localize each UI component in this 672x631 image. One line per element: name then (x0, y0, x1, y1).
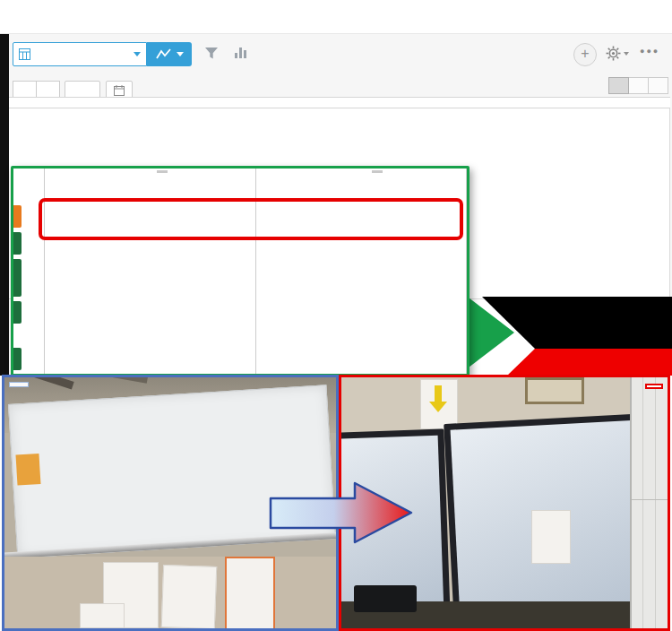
yellow-arrow-icon (435, 385, 442, 402)
grid-line (632, 499, 669, 500)
day-view-button[interactable] (649, 77, 668, 94)
wall-sheet (161, 565, 217, 629)
chevron-down-icon (134, 52, 141, 56)
callout-cell (256, 169, 468, 374)
chevron-down-icon (624, 52, 629, 56)
screenshot-root: + ●●● (0, 0, 672, 631)
bar-chart-icon (235, 53, 237, 58)
partial-event-bar (13, 348, 22, 370)
week-view-button[interactable] (629, 77, 649, 94)
partial-event-bar (13, 301, 22, 324)
whiteboard-photo (2, 375, 339, 631)
grid-line (642, 377, 643, 628)
link-row-days-after (9, 12, 50, 22)
calendar-icon (114, 85, 125, 96)
zoom-callout (11, 166, 470, 376)
line-graph-icon (156, 48, 172, 60)
wall-sheet-orange (225, 557, 275, 630)
view-scale-toggle (608, 77, 668, 94)
add-record-button[interactable]: + (573, 43, 597, 66)
partial-event-bar (13, 259, 22, 297)
callout-cell (45, 169, 256, 374)
grid-line (655, 377, 656, 628)
day-of-week-header (9, 97, 670, 108)
bar-chart-icon (239, 48, 242, 58)
link-row-days-before (9, 1, 50, 12)
header-remnant (372, 170, 383, 173)
wall-mini-calendar (80, 603, 125, 628)
header-remnant (157, 170, 168, 173)
settings-button[interactable] (606, 46, 629, 61)
wall-sheet (531, 510, 571, 564)
printer (354, 585, 417, 612)
side-whiteboard (630, 377, 669, 628)
callout-partial-cell (13, 169, 45, 374)
month-number-card (15, 454, 40, 486)
whiteboard (8, 385, 336, 558)
link-row-sales (9, 22, 50, 33)
filter-button[interactable] (204, 47, 219, 64)
monitor-label (645, 384, 663, 389)
whiteboard-label (9, 382, 29, 387)
more-options-button[interactable]: ●●● (640, 47, 659, 56)
month-view-button[interactable] (608, 77, 629, 94)
quick-link-bar (9, 1, 50, 33)
left-dark-strip (0, 34, 9, 376)
graph-button[interactable] (147, 42, 192, 66)
filter-funnel-icon (204, 47, 219, 60)
chevron-down-icon (177, 52, 184, 56)
partial-event-bar (13, 232, 22, 255)
chart-button[interactable] (235, 48, 246, 58)
arrow-poster (420, 379, 458, 429)
yellow-arrow-icon (429, 402, 447, 412)
calendar-grid-icon (19, 48, 30, 60)
partial-total-bar (13, 205, 22, 228)
gear-icon (606, 46, 621, 61)
view-selector[interactable] (13, 42, 147, 66)
framed-picture (525, 377, 584, 404)
bar-chart-icon (244, 50, 246, 58)
monitor-photo (339, 375, 670, 631)
